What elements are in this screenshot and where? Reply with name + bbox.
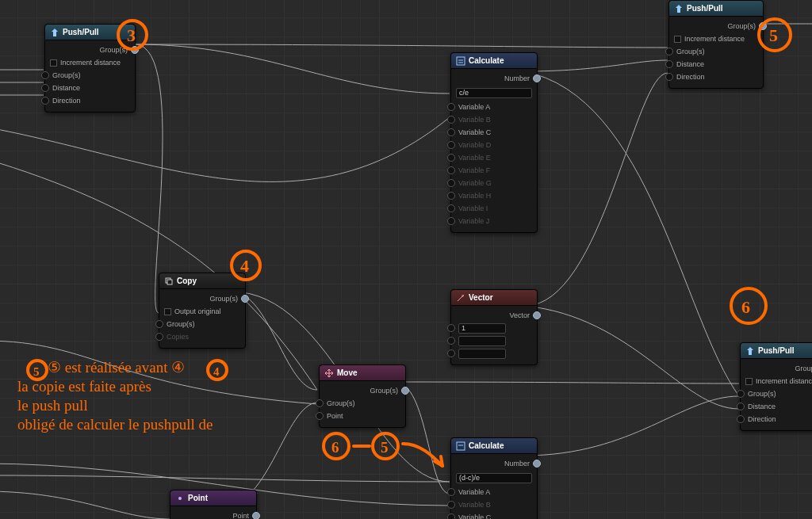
out-label: Point — [232, 512, 249, 519]
output-port[interactable] — [252, 512, 260, 519]
in-label: Point — [327, 412, 343, 420]
in-label: Copies — [167, 333, 189, 341]
output-port[interactable] — [533, 460, 541, 467]
in-label: Variable C — [458, 128, 491, 136]
node-header[interactable]: Copy — [159, 273, 245, 289]
input-port[interactable] — [447, 192, 455, 200]
in-label: Variable F — [458, 166, 490, 174]
expression-field[interactable]: c/e — [456, 88, 532, 98]
input-port[interactable] — [447, 204, 455, 212]
in-label: Distance — [52, 84, 80, 92]
node-header[interactable]: Move — [320, 365, 405, 381]
checkbox[interactable] — [164, 308, 171, 315]
input-port[interactable] — [155, 333, 163, 341]
input-port[interactable] — [447, 128, 455, 136]
out-label: Number — [504, 460, 530, 467]
in-label: Variable E — [458, 154, 491, 162]
move-icon — [324, 368, 334, 378]
node-title: Move — [337, 368, 358, 377]
input-port[interactable] — [41, 71, 49, 79]
point-icon — [175, 494, 185, 503]
pushpull-icon — [50, 28, 59, 37]
input-port[interactable] — [737, 390, 745, 398]
input-port[interactable] — [447, 179, 455, 187]
input-port[interactable] — [665, 60, 673, 68]
input-port[interactable] — [447, 501, 455, 509]
input-port[interactable] — [316, 399, 324, 407]
node-move[interactable]: Move Group(s) Group(s) Point — [319, 364, 406, 428]
input-port[interactable] — [155, 320, 163, 328]
in-label: Direction — [676, 73, 705, 81]
input-port[interactable] — [41, 97, 49, 105]
input-port[interactable] — [737, 415, 745, 423]
in-label: Variable H — [458, 192, 491, 200]
node-copy[interactable]: Copy Group(s) Output original Group(s) C… — [159, 273, 246, 349]
node-point[interactable]: Point Point Y — [170, 490, 257, 519]
out-label: Number — [504, 74, 530, 82]
in-label: Group(s) — [676, 48, 705, 55]
input-port[interactable] — [41, 84, 49, 92]
in-label: Distance — [676, 60, 704, 68]
node-header[interactable]: Push/Pull — [45, 25, 135, 40]
svg-rect-4 — [167, 280, 172, 284]
node-calculate-1[interactable]: Calculate Number c/e Variable A Variable… — [450, 52, 538, 233]
node-pushpull-1[interactable]: Push/Pull Group(s) Increment distance Gr… — [44, 24, 136, 113]
in-label: Variable B — [458, 501, 491, 509]
node-calculate-2[interactable]: Calculate Number (d-c)/e Variable A Vari… — [450, 437, 538, 519]
input-port[interactable] — [447, 324, 455, 332]
input-port[interactable] — [447, 141, 455, 149]
input-port[interactable] — [447, 217, 455, 225]
node-header[interactable]: Push/Pull — [741, 343, 812, 359]
node-header[interactable]: Push/Pull — [669, 1, 763, 17]
in-label: Direction — [748, 415, 776, 423]
output-port[interactable] — [759, 22, 767, 30]
expression-field[interactable]: (d-c)/e — [456, 473, 532, 483]
node-header[interactable]: Calculate — [451, 438, 537, 454]
pushpull-icon — [674, 4, 684, 13]
input-port[interactable] — [447, 349, 455, 357]
input-port[interactable] — [665, 48, 673, 55]
node-pushpull-2[interactable]: Push/Pull Group(s) Increment distance Gr… — [668, 0, 764, 89]
in-label: Group(s) — [167, 320, 195, 328]
checkbox[interactable] — [674, 36, 681, 43]
in-label: Variable J — [458, 217, 489, 225]
vector-z-field[interactable] — [458, 349, 506, 359]
output-port[interactable] — [241, 295, 249, 303]
vector-y-field[interactable] — [458, 336, 506, 346]
in-label: Variable C — [458, 513, 491, 519]
input-port[interactable] — [447, 166, 455, 174]
pushpull-icon — [745, 346, 755, 356]
in-label: Variable G — [458, 179, 492, 187]
in-label: Variable D — [458, 141, 491, 149]
output-port[interactable] — [533, 74, 541, 82]
out-label: Vector — [509, 311, 530, 319]
node-vector[interactable]: Vector Vector 1 — [450, 289, 538, 365]
out-label: Group(s) — [209, 295, 238, 303]
output-port[interactable] — [401, 387, 409, 395]
checkbox[interactable] — [745, 378, 753, 385]
input-port[interactable] — [447, 488, 455, 496]
input-port[interactable] — [447, 103, 455, 111]
input-port[interactable] — [447, 513, 455, 519]
input-port[interactable] — [447, 154, 455, 162]
checkbox[interactable] — [50, 59, 57, 67]
node-header[interactable]: Point — [170, 490, 256, 506]
node-header[interactable]: Calculate — [451, 53, 537, 69]
in-label: Distance — [748, 403, 776, 410]
input-port[interactable] — [316, 412, 324, 420]
input-port[interactable] — [447, 116, 455, 124]
out-label: Group(s) — [370, 387, 398, 395]
node-title: Copy — [177, 277, 197, 285]
node-title: Vector — [469, 293, 493, 302]
node-header[interactable]: Vector — [451, 290, 537, 306]
input-port[interactable] — [447, 337, 455, 345]
in-label: Group(s) — [748, 390, 776, 398]
out-label: Group(s) — [99, 46, 128, 54]
input-port[interactable] — [737, 403, 745, 410]
input-port[interactable] — [665, 73, 673, 81]
node-pushpull-3[interactable]: Push/Pull Group(s) Increment distance Gr… — [740, 342, 812, 431]
output-port[interactable] — [533, 311, 541, 319]
output-port[interactable] — [131, 46, 139, 54]
in-label: Increment distance — [684, 35, 745, 43]
vector-x-field[interactable]: 1 — [458, 323, 506, 334]
